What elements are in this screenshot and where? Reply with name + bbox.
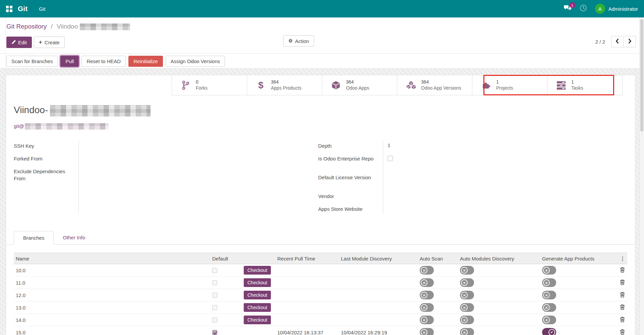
edit-button[interactable]: Edit [6, 37, 32, 48]
checkout-button[interactable]: Checkout [244, 316, 271, 324]
tab-branches[interactable]: Branches [14, 231, 54, 245]
auto-scan-toggle[interactable] [420, 328, 434, 335]
stat-label: Apps Products [271, 85, 301, 91]
scrollbar-thumb[interactable] [640, 19, 643, 132]
pencil-icon [11, 40, 16, 45]
column-header-generate-app-products[interactable]: Generate App Products [535, 256, 612, 261]
messages-button[interactable]: 1 [564, 5, 572, 13]
table-row[interactable]: 15.0 10/04/2022 16:13:37 10/04/2022 16:2… [14, 326, 627, 335]
trash-icon [620, 267, 625, 274]
breadcrumb-parent-link[interactable]: Git Repository [6, 23, 47, 30]
generate-app-products-toggle[interactable] [542, 291, 556, 299]
stat-button-odoo-app-versions[interactable]: 364 Odoo App Versions [397, 75, 472, 95]
nav-menu-git[interactable]: Git [39, 6, 45, 12]
table-header-row: Name Default Recent Pull Time Last Modul… [14, 253, 627, 264]
pull-button[interactable]: Pull [60, 56, 79, 67]
field-label-ssh-key: SSH Key [14, 140, 78, 152]
notebook-tabs: Branches Other Info [6, 231, 635, 245]
default-checkbox[interactable] [212, 293, 217, 298]
repository-url-redacted [25, 123, 109, 130]
app-brand[interactable]: Git [18, 5, 27, 13]
assign-odoo-versions-button[interactable]: Assign Odoo Versions [166, 56, 225, 67]
auto-scan-toggle[interactable] [420, 291, 434, 299]
auto-modules-discovery-toggle[interactable] [460, 303, 474, 312]
reinitialize-button[interactable]: Reinitialize [128, 56, 163, 67]
field-label-forked-from: Forked From [14, 152, 78, 165]
delete-row-button[interactable] [612, 304, 627, 311]
generate-app-products-toggle[interactable] [542, 278, 556, 287]
create-button[interactable]: + Create [34, 37, 65, 48]
delete-row-button[interactable] [612, 329, 627, 335]
auto-modules-discovery-toggle[interactable] [460, 266, 474, 275]
column-header-recent-pull-time[interactable]: Recent Pull Time [271, 256, 334, 261]
checkout-button[interactable]: Checkout [244, 278, 271, 287]
auto-modules-discovery-toggle[interactable] [460, 291, 474, 299]
default-checkbox[interactable] [212, 280, 217, 285]
activities-button[interactable] [580, 4, 587, 13]
column-header-auto-modules-discovery[interactable]: Auto Modules Discovery [453, 256, 535, 261]
auto-scan-toggle[interactable] [420, 303, 434, 312]
field-value-apps-store-website [383, 203, 506, 216]
default-checkbox[interactable] [212, 268, 217, 273]
field-value-forked-from [78, 152, 212, 165]
generate-app-products-toggle[interactable] [542, 266, 556, 275]
pager-next-button[interactable] [624, 36, 636, 47]
checkout-button[interactable]: Checkout [244, 266, 271, 275]
branch-name-cell: 14.0 [14, 317, 208, 323]
action-button[interactable]: Action [283, 35, 314, 47]
table-row[interactable]: 12.0 Checkout [14, 289, 627, 301]
default-checkbox[interactable] [212, 330, 217, 335]
table-row[interactable]: 14.0 Checkout [14, 314, 627, 326]
stat-button-projects[interactable]: 1 Projects [472, 75, 547, 95]
generate-app-products-toggle[interactable] [542, 316, 556, 324]
column-header-default[interactable]: Default [208, 256, 237, 261]
default-checkbox[interactable] [212, 305, 217, 310]
generate-app-products-toggle[interactable] [542, 328, 556, 335]
column-header-name[interactable]: Name [14, 256, 208, 261]
gear-icon [288, 38, 293, 44]
field-group-left: SSH Key Forked From Exclude Dependencies… [14, 140, 212, 216]
reset-to-head-button[interactable]: Reset to HEAD [81, 56, 126, 67]
pager-previous-button[interactable] [611, 36, 624, 47]
table-row[interactable]: 11.0 Checkout [14, 277, 627, 289]
default-checkbox[interactable] [212, 318, 217, 323]
column-header-last-module-discovery[interactable]: Last Module Discovery [334, 256, 413, 261]
table-row[interactable]: 10.0 Checkout [14, 264, 627, 277]
checkout-button[interactable]: Checkout [244, 291, 271, 299]
scan-for-branches-button[interactable]: Scan for Branches [6, 56, 58, 67]
form-sheet: 0 Forks $ 364 Apps Products [6, 75, 635, 335]
stat-button-tasks[interactable]: 1 Tasks [547, 75, 623, 95]
delete-row-button[interactable] [612, 279, 627, 286]
table-row[interactable]: 13.0 Checkout [14, 301, 627, 314]
repository-url: git@ [14, 123, 635, 130]
is-odoo-enterprise-repo-checkbox[interactable] [388, 156, 393, 161]
field-row: Apps Store Website [318, 203, 506, 216]
stat-button-forks[interactable]: 0 Forks [172, 75, 247, 95]
record-title-redacted [50, 105, 151, 116]
auto-scan-toggle[interactable] [420, 316, 434, 324]
tab-other-info[interactable]: Other Info [54, 231, 94, 244]
user-menu[interactable]: A Administrator [595, 4, 638, 14]
auto-scan-toggle[interactable] [420, 278, 434, 287]
delete-row-button[interactable] [612, 267, 627, 274]
field-value-depth: 1 [383, 140, 506, 152]
repository-url-prefix: git@ [14, 123, 24, 129]
field-row: Vendor [318, 190, 506, 203]
auto-modules-discovery-toggle[interactable] [460, 316, 474, 324]
breadcrumb-separator: / [51, 23, 53, 30]
checkout-button[interactable]: Checkout [244, 303, 271, 312]
delete-row-button[interactable] [612, 317, 627, 323]
auto-scan-toggle[interactable] [420, 266, 434, 275]
auto-modules-discovery-toggle[interactable] [460, 278, 474, 287]
column-header-auto-scan[interactable]: Auto Scan [413, 256, 453, 261]
stat-button-apps-products[interactable]: $ 364 Apps Products [247, 75, 322, 95]
stat-value: 1 [571, 79, 583, 85]
vertical-scrollbar[interactable] [639, 17, 644, 335]
generate-app-products-toggle[interactable] [542, 303, 556, 312]
apps-menu-icon[interactable] [6, 6, 12, 12]
auto-modules-discovery-toggle[interactable] [460, 328, 474, 335]
trash-icon [620, 329, 625, 335]
optional-columns-icon[interactable]: ⋮ [620, 255, 625, 262]
delete-row-button[interactable] [612, 292, 627, 298]
stat-button-odoo-apps[interactable]: 364 Odoo Apps [322, 75, 397, 95]
